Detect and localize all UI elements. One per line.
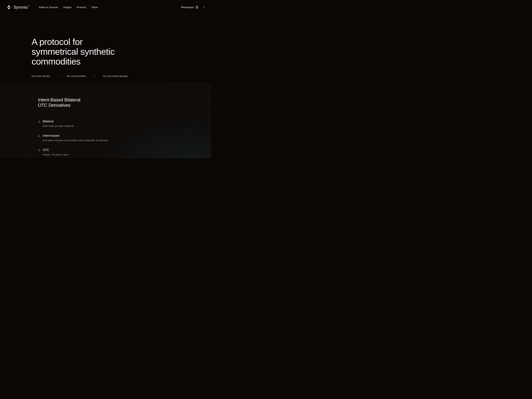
feature-name: Bilateral <box>43 120 54 123</box>
feature-list: Bilateral Both sides provide collateral … <box>38 120 211 156</box>
trade-link[interactable]: Tr <box>203 6 205 9</box>
feature-name: OTC <box>43 148 49 152</box>
primary-nav: Build on Symmio Hedger Protocol Token <box>39 6 98 9</box>
bullet-no-order-books: No Order Books <box>32 75 50 78</box>
svg-point-0 <box>8 5 9 6</box>
nav-protocol[interactable]: Protocol <box>77 6 86 9</box>
bullet-no-prelocked: No pre-locked liqudity <box>103 75 128 78</box>
whitepaper-label: Whitepaper <box>181 6 194 9</box>
feature-intent-based: Intent-based One party requests and anot… <box>38 134 211 142</box>
nav-build[interactable]: Build on Symmio <box>39 6 58 9</box>
nav-token[interactable]: Token <box>91 6 98 9</box>
feature-otc: OTC Simple, it's peer to peer <box>38 148 211 156</box>
hero-title: A protocol for symmetrical synthetic com… <box>32 37 131 66</box>
feature-bilateral: Bilateral Both sides provide collateral <box>38 120 211 127</box>
triangle-icon <box>38 120 40 122</box>
header-right: Whitepaper Tr <box>181 6 205 9</box>
whitepaper-link[interactable]: Whitepaper <box>181 6 198 9</box>
triangle-icon <box>38 135 40 137</box>
bullet-no-virtual-amms: No Virtual AMMs <box>67 75 86 78</box>
hero-bullets: No Order Books • No Virtual AMMs • No pr… <box>32 75 211 78</box>
feature-desc: One party requests and another party res… <box>43 139 211 142</box>
hero: A protocol for symmetrical synthetic com… <box>0 15 211 78</box>
document-icon <box>196 6 198 9</box>
feature-desc: Both sides provide collateral <box>43 125 211 127</box>
features-section: Intent-Based Bilateral OTC Derivatives B… <box>0 83 211 158</box>
feature-desc: Simple, it's peer to peer <box>43 153 211 156</box>
nav-hedger[interactable]: Hedger <box>63 6 72 9</box>
header: Symmio™ Build on Symmio Hedger Protocol … <box>0 0 211 15</box>
features-title: Intent-Based Bilateral OTC Derivatives <box>38 97 211 108</box>
brand-logo[interactable]: Symmio™ <box>6 5 30 10</box>
symmio-logo-icon <box>6 5 12 10</box>
bullet-separator: • <box>58 75 59 78</box>
brand-name: Symmio™ <box>14 5 30 10</box>
triangle-icon <box>38 149 40 151</box>
feature-name: Intent-based <box>43 134 59 138</box>
bullet-separator: • <box>94 75 95 78</box>
